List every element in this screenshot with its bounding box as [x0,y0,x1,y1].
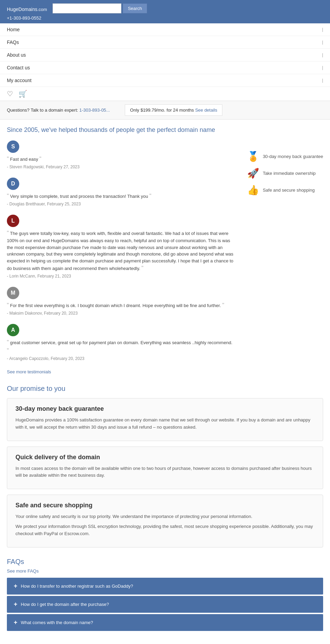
avatar-s: S [7,140,19,153]
nav-label-contact: Contact us [7,65,30,70]
faq-question-1: How do I transfer to another registrar s… [21,584,133,589]
testimonial-5: A " great customer service, great set up… [7,324,233,361]
faq-plus-icon-3: + [14,619,18,626]
testimonial-2-body: " Very simple to complete, trust and pro… [7,192,233,200]
promise-card-2-text-0: In most cases access to the domain will … [15,465,315,479]
rocket-icon: 🚀 [247,168,259,179]
testimonial-5-body: " great customer service, great set up f… [7,338,233,355]
testimonial-1-body: " Fast and easy " [7,155,233,163]
reviews-section: S " Fast and easy " - Steven Radgowski, … [7,140,233,385]
search-button[interactable]: Search [123,3,147,13]
promise-card-2: Quick delivery of the domain In most cas… [7,447,323,489]
nav-extras: ♡ 🛒 [0,87,330,101]
nav-divider-about: | [322,53,323,57]
nav-item-home[interactable]: Home | [0,23,330,36]
wishlist-icon[interactable]: ♡ [7,90,13,98]
questions-phone[interactable]: 1-303-893-05... [79,108,110,113]
testimonial-2: D " Very simple to complete, trust and p… [7,178,233,206]
nav-item-account[interactable]: My account | [0,74,330,87]
cart-icon[interactable]: 🛒 [19,90,27,98]
quote-open-1: " [7,156,9,162]
avatar-d: D [7,178,19,190]
testimonial-3-date: - Lorin McCann, February 21, 2023 [7,274,233,279]
avatar-a: A [7,324,19,336]
faq-plus-icon-2: + [14,601,18,608]
nav-divider-home: | [322,27,323,32]
nav-label-home: Home [7,27,20,32]
promise-card-1-title: 30-day money back guarantee [15,405,315,413]
promise-card-3: Safe and secure shopping Your online saf… [7,495,323,547]
money-back-icon: 🏅 [247,151,259,162]
avatar-l: L [7,215,19,227]
pricing-tooltip: Only $199.79/mo. for 24 months See detai… [125,104,222,116]
feature-3: 👍 Safe and secure shopping [247,184,323,196]
search-input[interactable] [53,3,121,13]
quote-open-5: " [7,339,9,345]
top-section: S " Fast and easy " - Steven Radgowski, … [7,140,323,385]
promise-card-3-text-0: Your online safety and security is our t… [15,513,315,520]
see-more-testimonials[interactable]: See more testimonials [7,369,233,374]
nav-item-faqs[interactable]: FAQs | [0,36,330,49]
testimonial-2-text: Very simple to complete, trust and proce… [10,194,148,199]
tooltip-text: Only $199.79/mo. for 24 months [130,108,195,113]
quote-open-2: " [7,193,9,199]
testimonial-3-body: " The guys were totally low-key, easy to… [7,229,233,272]
tooltip-link[interactable]: See details [195,108,217,113]
nav-item-contact[interactable]: Contact us | [0,61,330,74]
nav-item-about[interactable]: About us | [0,49,330,61]
quote-close-3: " [141,265,143,271]
feature-3-label: Safe and secure shopping [263,188,315,193]
header: HugeDomains.com Search +1-303-893-0552 [0,0,330,23]
faq-question-3: What comes with the domain name? [21,620,93,625]
testimonial-1: S " Fast and easy " - Steven Radgowski, … [7,140,233,169]
testimonial-2-date: - Douglas Bretthauer, February 25, 2023 [7,202,233,206]
nav-divider-contact: | [322,65,323,70]
feature-1-label: 30-day money back guarantee [263,154,323,159]
promise-card-3-title: Safe and secure shopping [15,502,315,509]
feature-2-label: Take immediate ownership [263,171,316,176]
testimonial-4-text: For the first view everything is ok. I b… [10,303,221,308]
nav-label-faqs: FAQs [7,39,19,45]
faqs-heading: FAQs [7,558,323,566]
thumbsup-icon: 👍 [247,184,259,196]
quote-open-3: " [7,230,9,236]
testimonial-4-date: - Maksim Diakonov, February 20, 2023 [7,311,233,316]
quote-close-4: " [222,302,224,308]
quote-open-4: " [7,302,9,308]
quote-close-1: " [40,156,42,162]
main-content: Since 2005, we've helped thousands of pe… [0,120,330,639]
faq-item-1[interactable]: + How do I transfer to another registrar… [7,578,323,595]
see-more-faqs[interactable]: See more FAQs [7,568,323,574]
testimonial-3: L " The guys were totally low-key, easy … [7,215,233,279]
questions-text: Questions? Talk to a domain expert: [7,108,79,113]
promise-card-3-text-1: We protect your information through SSL … [15,523,315,538]
features-sidebar: 🏅 30-day money back guarantee 🚀 Take imm… [247,151,323,196]
testimonial-4: M " For the first view everything is ok.… [7,287,233,316]
faq-item-2[interactable]: + How do I get the domain after the purc… [7,596,323,613]
faq-item-3[interactable]: + What comes with the domain name? [7,614,323,631]
nav-divider-account: | [322,78,323,83]
testimonial-4-body: " For the first view everything is ok. I… [7,301,233,309]
feature-2: 🚀 Take immediate ownership [247,168,323,179]
nav-divider-faqs: | [322,40,323,45]
faq-question-2: How do I get the domain after the purcha… [21,602,109,607]
nav-label-account: My account [7,78,32,83]
testimonial-1-text: Fast and easy [10,157,38,162]
navigation: Home | FAQs | About us | Contact us | My… [0,23,330,101]
feature-1: 🏅 30-day money back guarantee [247,151,323,162]
logo[interactable]: HugeDomains.com [7,4,47,13]
promise-card-1: 30-day money back guarantee HugeDomains … [7,398,323,441]
quote-close-5: " [7,348,9,353]
quote-close-2: " [149,193,151,199]
main-heading: Since 2005, we've helped thousands of pe… [7,126,323,134]
header-phone[interactable]: +1-303-893-0552 [7,15,323,21]
promise-card-1-text-0: HugeDomains provides a 100% satisfaction… [15,417,315,431]
testimonial-5-date: - Arcangelo Capozzolo, February 20, 2023 [7,356,233,361]
testimonial-5-text: great customer service, great set up for… [10,340,232,345]
promise-card-2-title: Quick delivery of the domain [15,454,315,461]
nav-label-about: About us [7,52,26,58]
questions-bar: Questions? Talk to a domain expert: 1-30… [0,101,330,120]
search-form: Search [53,3,147,13]
promise-heading: Our promise to you [7,385,323,393]
avatar-m: M [7,287,19,299]
